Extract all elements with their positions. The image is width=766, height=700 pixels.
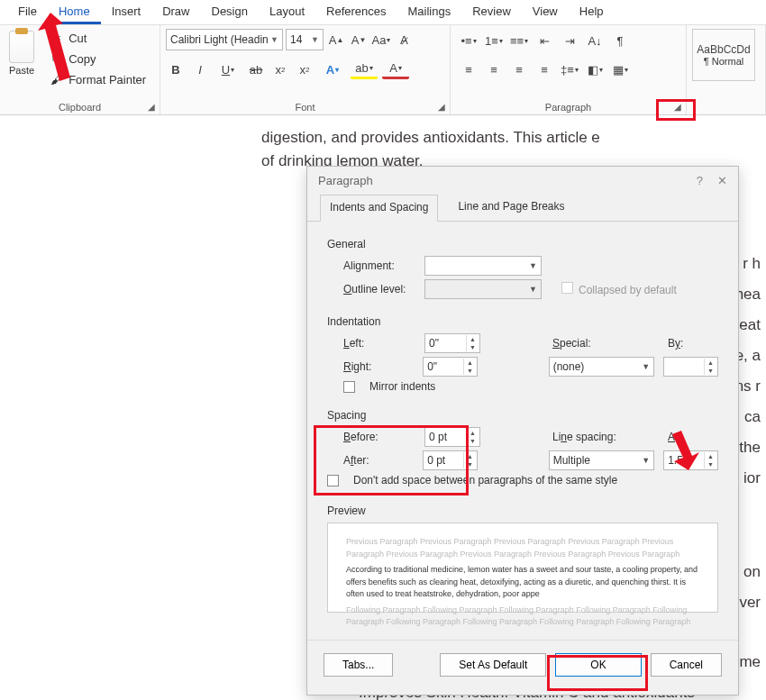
by-label: By: <box>668 337 695 350</box>
align-center-button[interactable]: ≡ <box>481 59 506 79</box>
indent-left-input[interactable]: 0"▲▼ <box>424 333 480 353</box>
subscript-button[interactable]: x2 <box>270 59 290 79</box>
help-icon[interactable]: ? <box>697 174 703 187</box>
ribbon: Paste ✂Cut ⧉Copy 🖌Format Painter Clipboa… <box>0 25 766 115</box>
bold-button[interactable]: B <box>166 59 186 79</box>
by-input[interactable]: ▲▼ <box>663 357 718 377</box>
increase-indent-button[interactable]: ⇥ <box>557 31 582 50</box>
menu-design[interactable]: Design <box>201 1 259 24</box>
menu-draw[interactable]: Draw <box>151 1 200 24</box>
style-normal[interactable]: AaBbCcDd ¶ Normal <box>692 29 755 81</box>
font-name-combo[interactable]: Calibri Light (Headin▼ <box>166 29 283 50</box>
menu-view[interactable]: View <box>522 1 569 24</box>
preview-sample: According to traditional medicine, lemon… <box>346 564 699 601</box>
special-select[interactable]: (none)▼ <box>549 357 655 377</box>
menu-file[interactable]: File <box>7 1 48 24</box>
at-label: At: <box>668 431 695 443</box>
sort-button[interactable]: A↓ <box>582 31 607 50</box>
section-indentation: Indentation <box>327 315 718 328</box>
dont-add-space-checkbox[interactable] <box>327 475 339 486</box>
copy-button[interactable]: ⧉Copy <box>45 50 150 68</box>
text-effects-button[interactable]: A▾ <box>319 59 346 79</box>
underline-button[interactable]: U▾ <box>214 59 242 79</box>
menubar: File Home Insert Draw Design Layout Refe… <box>0 0 766 25</box>
spacing-before-label: Before: <box>343 431 415 443</box>
highlight-button[interactable]: ab▾ <box>351 59 378 79</box>
preview-next: Following Paragraph Following Paragraph … <box>346 605 699 629</box>
alignment-select[interactable]: ▼ <box>424 256 542 276</box>
preview-prev: Previous Paragraph Previous Paragraph Pr… <box>346 536 699 560</box>
special-label: Special: <box>552 337 606 350</box>
clear-formatting-button[interactable]: A̷ <box>394 30 414 50</box>
paste-button[interactable]: Paste <box>5 29 38 77</box>
font-group-label: Font <box>166 100 444 114</box>
ok-button[interactable]: OK <box>555 653 641 677</box>
cut-button[interactable]: ✂Cut <box>45 29 150 47</box>
show-marks-button[interactable]: ¶ <box>607 31 633 50</box>
decrease-font-button[interactable]: A▼ <box>349 30 369 50</box>
section-spacing: Spacing <box>327 409 718 422</box>
menu-help[interactable]: Help <box>569 1 615 24</box>
ribbon-group-clipboard: Paste ✂Cut ⧉Copy 🖌Format Painter Clipboa… <box>0 25 160 114</box>
cancel-button[interactable]: Cancel <box>651 653 722 677</box>
ribbon-group-paragraph: •≡▾ 1≡▾ ≡≡▾ ⇤ ⇥ A↓ ¶ ≡ ≡ ≡ ≡ ‡≡▾ ◧▾ ▦▾ P… <box>451 25 687 114</box>
spacing-before-input[interactable]: 0 pt▲▼ <box>424 427 480 447</box>
spacing-after-input[interactable]: 0 pt▲▼ <box>423 450 478 470</box>
menu-home[interactable]: Home <box>48 1 101 24</box>
indent-right-input[interactable]: 0"▲▼ <box>423 357 478 377</box>
clipboard-launcher[interactable]: ◢ <box>145 100 158 113</box>
alignment-label: Alignment: <box>343 259 415 272</box>
indent-right-label: Right: <box>343 360 414 373</box>
change-case-button[interactable]: Aa▾ <box>371 30 391 50</box>
italic-button[interactable]: I <box>190 59 210 79</box>
tabs-button[interactable]: Tabs... <box>324 653 393 677</box>
collapsed-checkbox <box>561 282 573 294</box>
style-sample: AaBbCcDd <box>697 43 750 56</box>
brush-icon: 🖌 <box>49 72 63 86</box>
ribbon-group-font: Calibri Light (Headin▼ 14▼ A▲ A▼ Aa▾ A̷ … <box>160 25 451 114</box>
numbering-button[interactable]: 1≡▾ <box>481 31 506 50</box>
section-preview: Preview <box>327 505 718 517</box>
collapsed-label: Collapsed by default <box>579 284 677 296</box>
bullets-button[interactable]: •≡▾ <box>456 31 481 50</box>
superscript-button[interactable]: x2 <box>295 59 315 79</box>
section-general: General <box>327 238 718 250</box>
font-size-combo[interactable]: 14▼ <box>286 29 324 50</box>
set-default-button[interactable]: Set As Default <box>440 653 546 677</box>
menu-mailings[interactable]: Mailings <box>397 1 462 24</box>
increase-font-button[interactable]: A▲ <box>326 30 346 50</box>
tab-indents-spacing[interactable]: IIndents and Spacingndents and Spacing <box>320 195 438 222</box>
style-name: ¶ Normal <box>704 56 743 67</box>
at-input[interactable]: 1.5▲▼ <box>663 450 718 470</box>
menu-review[interactable]: Review <box>461 1 522 24</box>
justify-button[interactable]: ≡ <box>532 59 557 79</box>
multilevel-list-button[interactable]: ≡≡▾ <box>506 31 532 50</box>
tab-line-page-breaks[interactable]: Line and Page Breaks <box>449 195 573 221</box>
font-launcher[interactable]: ◢ <box>435 100 448 113</box>
clipboard-icon <box>9 31 34 63</box>
outline-select[interactable]: ▼ <box>424 279 542 299</box>
align-left-button[interactable]: ≡ <box>456 59 481 79</box>
menu-references[interactable]: References <box>315 1 397 24</box>
mirror-indents-checkbox[interactable] <box>343 381 355 393</box>
menu-insert[interactable]: Insert <box>101 1 152 24</box>
line-spacing-button[interactable]: ‡≡▾ <box>557 59 582 79</box>
menu-layout[interactable]: Layout <box>259 1 315 24</box>
font-color-button[interactable]: A▾ <box>382 59 409 79</box>
chevron-down-icon: ▼ <box>311 35 319 44</box>
decrease-indent-button[interactable]: ⇤ <box>532 31 557 50</box>
paragraph-dialog: Paragraph ? ✕ IIndents and Spacingndents… <box>306 166 739 695</box>
shading-button[interactable]: ◧▾ <box>582 59 607 79</box>
paragraph-group-label: Paragraph <box>456 100 680 114</box>
close-icon[interactable]: ✕ <box>717 174 727 187</box>
borders-button[interactable]: ▦▾ <box>607 59 633 79</box>
copy-icon: ⧉ <box>49 51 63 66</box>
paragraph-launcher[interactable]: ◢ <box>671 100 684 113</box>
format-painter-button[interactable]: 🖌Format Painter <box>45 70 150 88</box>
align-right-button[interactable]: ≡ <box>506 59 532 79</box>
line-spacing-select[interactable]: Multiple▼ <box>549 450 655 470</box>
line-spacing-label: Line spacing: <box>552 431 625 443</box>
dialog-tabs: IIndents and Spacingndents and Spacing L… <box>307 195 738 222</box>
paste-label: Paste <box>9 65 34 76</box>
strikethrough-button[interactable]: ab <box>246 59 266 79</box>
